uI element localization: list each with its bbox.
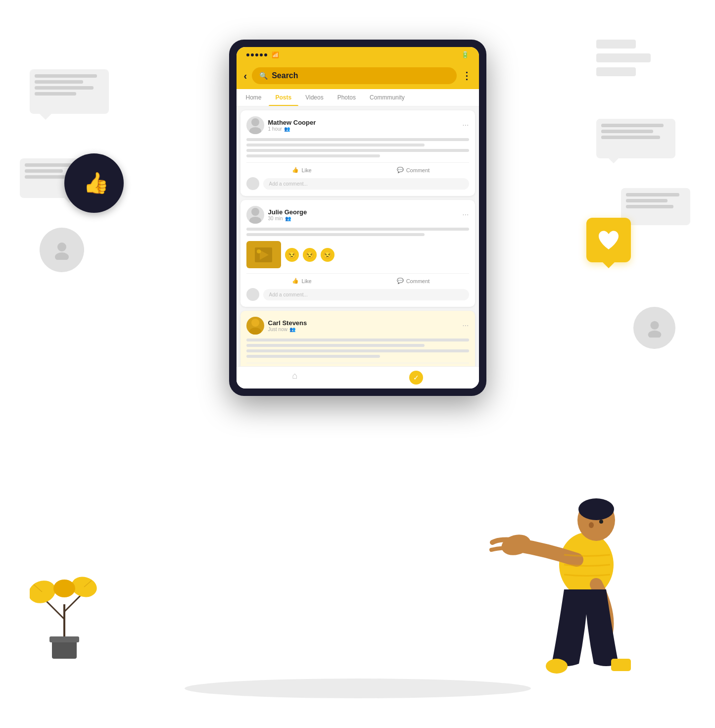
post-julie-header: Julie George 30 min 👥 ··· <box>246 206 469 224</box>
comment-icon: 💬 <box>397 167 404 173</box>
post-mathew-more[interactable]: ··· <box>462 121 469 130</box>
home-tab-icon[interactable]: ⌂ <box>292 371 297 385</box>
more-button[interactable]: ⋮ <box>462 70 472 82</box>
search-icon: 🔍 <box>259 72 268 80</box>
feed: Mathew Cooper 1 hour 👥 ··· <box>237 106 479 366</box>
content-line <box>246 339 469 341</box>
nav-tabs: Home Posts Videos Photos Commmunity <box>237 89 479 106</box>
post-mathew-time: 1 hour 👥 <box>268 126 459 132</box>
like-icon: 👍 <box>292 167 299 173</box>
people-icon: 👥 <box>284 126 290 132</box>
back-button[interactable]: ‹ <box>244 70 247 82</box>
app-header: ‹ 🔍 Search ⋮ <box>237 62 479 89</box>
svg-rect-31 <box>611 659 631 671</box>
content-line <box>246 233 425 236</box>
content-line <box>246 228 469 231</box>
post-carl-time: Just now 👥 <box>268 327 459 332</box>
tab-videos[interactable]: Videos <box>298 89 330 106</box>
main-scene: 👍 <box>0 0 715 728</box>
svg-line-8 <box>45 599 64 619</box>
emoji-1: 😒 <box>285 248 299 262</box>
svg-point-3 <box>648 330 661 337</box>
post-julie-more[interactable]: ··· <box>462 210 469 219</box>
like-label: Like <box>301 167 311 173</box>
post-julie: Julie George 30 min 👥 ··· <box>240 200 475 307</box>
svg-point-1 <box>55 252 69 260</box>
like-icon-2: 👍 <box>292 278 299 284</box>
ground-shadow <box>185 679 531 698</box>
post-carl-actions: 👍 Like 💬 Comment <box>246 363 469 366</box>
avatar-left <box>40 228 84 272</box>
post-julie-meta: Julie George 30 min 👥 <box>268 208 459 221</box>
dot1 <box>246 53 249 56</box>
post-carl-name: Carl Stevens <box>268 319 459 327</box>
svg-point-21 <box>257 249 261 253</box>
svg-point-29 <box>499 532 533 558</box>
post-carl-more[interactable]: ··· <box>462 321 469 330</box>
comment-button-2[interactable]: 💬 Comment <box>358 278 469 284</box>
status-bar: 📶 🔋 <box>237 47 479 62</box>
dot4 <box>260 53 263 56</box>
post-carl-avatar <box>246 317 264 335</box>
svg-point-27 <box>589 522 594 528</box>
search-bar[interactable]: 🔍 Search <box>252 67 456 84</box>
wifi-icon: 📶 <box>272 51 279 58</box>
post-carl-meta: Carl Stevens Just now 👥 <box>268 319 459 332</box>
svg-point-26 <box>578 498 614 520</box>
svg-point-17 <box>251 208 259 216</box>
svg-point-15 <box>251 118 259 126</box>
check-tab-icon[interactable]: ✓ <box>409 371 423 385</box>
post-carl-content <box>246 339 469 358</box>
tab-photos[interactable]: Photos <box>331 89 363 106</box>
dot2 <box>251 53 254 56</box>
tab-bar: ⌂ ✓ <box>237 366 479 388</box>
like-button-2[interactable]: 👍 Like <box>246 278 358 284</box>
content-line <box>246 349 469 352</box>
svg-point-22 <box>251 319 259 327</box>
media-thumbnail <box>246 241 281 268</box>
status-dots: 📶 <box>246 51 279 58</box>
svg-rect-6 <box>49 636 79 642</box>
comment-label: Comment <box>406 167 430 173</box>
svg-point-16 <box>249 127 261 134</box>
emoji-2: 😒 <box>303 248 317 262</box>
deco-card-mid-right <box>621 188 690 225</box>
battery-icon: 🔋 <box>461 51 469 58</box>
heart-badge <box>586 218 631 262</box>
tab-home[interactable]: Home <box>239 89 269 106</box>
human-figure <box>487 451 675 698</box>
post-mathew: Mathew Cooper 1 hour 👥 ··· <box>240 110 475 196</box>
content-line <box>246 138 469 141</box>
deco-rect-2 <box>596 53 651 62</box>
post-julie-actions: 👍 Like 💬 Comment <box>246 273 469 284</box>
like-label-2: Like <box>301 278 311 284</box>
deco-card-top-left <box>30 69 109 114</box>
content-line <box>246 355 380 358</box>
deco-rect-1 <box>596 40 636 49</box>
post-julie-avatar <box>246 206 264 224</box>
svg-point-30 <box>546 659 568 674</box>
people-icon-2: 👥 <box>285 216 291 221</box>
svg-point-2 <box>650 321 659 329</box>
comment-button-1[interactable]: 💬 Comment <box>358 167 469 173</box>
commenter-avatar-1 <box>246 177 259 190</box>
tablet-device: 📶 🔋 ‹ 🔍 Search ⋮ Home Posts Videos Photo… <box>229 40 486 396</box>
tab-community[interactable]: Commmunity <box>363 89 412 106</box>
post-carl-header: Carl Stevens Just now 👥 ··· <box>246 317 469 335</box>
post-julie-media: 😒 😒 😒 <box>246 241 469 268</box>
comment-field-1[interactable]: Add a comment... <box>263 178 469 190</box>
comment-label-2: Comment <box>406 278 430 284</box>
like-button-1[interactable]: 👍 Like <box>246 167 358 173</box>
deco-rect-3 <box>596 67 636 76</box>
commenter-avatar-2 <box>246 288 259 301</box>
post-julie-name: Julie George <box>268 208 459 216</box>
content-line <box>246 149 469 152</box>
content-line <box>246 344 425 347</box>
tab-posts[interactable]: Posts <box>269 89 299 106</box>
comment-field-2[interactable]: Add a comment... <box>263 289 469 300</box>
content-line <box>246 154 380 157</box>
comment-input-2: Add a comment... <box>246 288 469 301</box>
post-mathew-name: Mathew Cooper <box>268 119 459 126</box>
search-text: Search <box>272 71 298 80</box>
svg-point-28 <box>599 520 603 524</box>
